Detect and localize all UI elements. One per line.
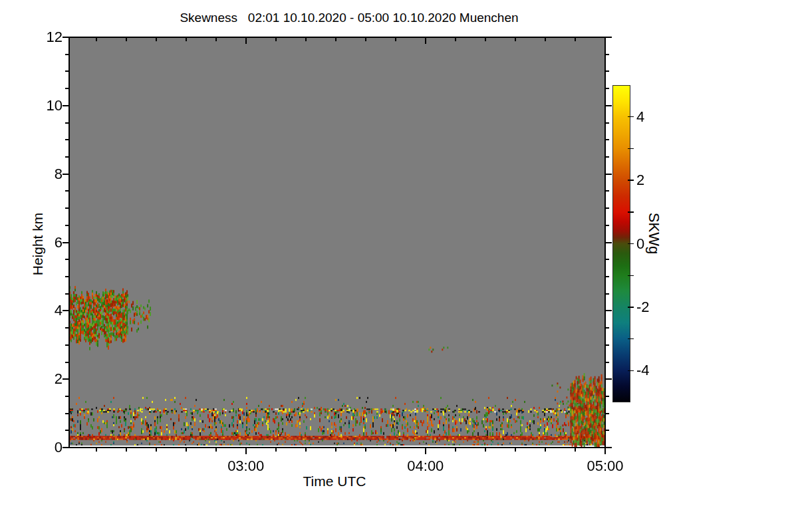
colorbar-title: SKWg	[648, 205, 662, 262]
y-tick-label: 10	[32, 98, 63, 114]
colorbar-tick-label: -2	[636, 299, 670, 315]
y-tick-label: 8	[32, 166, 63, 182]
colorbar-tick-label: 0	[636, 236, 670, 252]
colorbar-gradient	[612, 85, 630, 402]
heatmap-canvas	[69, 37, 605, 448]
x-tick-label: 04:00	[396, 458, 456, 474]
chart-title: Skewness 02:01 10.10.2020 - 05:00 10.10.…	[170, 11, 529, 27]
y-tick-label: 6	[32, 235, 63, 251]
colorbar-tick-label: -4	[636, 362, 670, 378]
y-tick-label: 4	[32, 303, 63, 319]
y-tick-label: 2	[32, 371, 63, 387]
x-axis-title: Time UTC	[281, 473, 388, 489]
y-tick-label: 12	[32, 29, 63, 45]
y-tick-label: 0	[32, 440, 63, 456]
colorbar-tick-label: 2	[636, 172, 670, 188]
colorbar-tick-label: 4	[636, 109, 670, 125]
skewness-time-height-figure: Skewness 02:01 10.10.2020 - 05:00 10.10.…	[0, 0, 798, 532]
x-tick-label: 05:00	[575, 458, 635, 474]
x-tick-label: 03:00	[216, 458, 276, 474]
